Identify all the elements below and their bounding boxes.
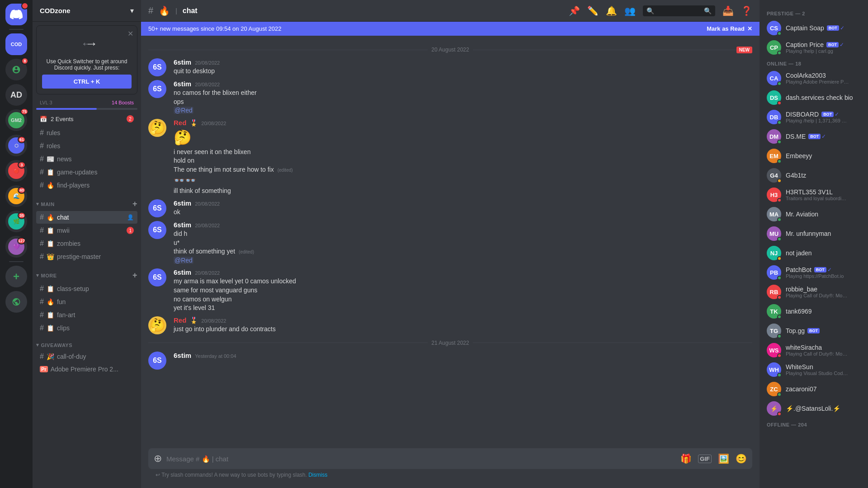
add-channel-more[interactable]: + <box>132 271 137 280</box>
emoji-icon[interactable]: 😊 <box>736 453 747 464</box>
member-item-h3rtl355[interactable]: H3 H3RTL355 3V1L Traitors and loyal subo… <box>763 185 864 204</box>
server-icon-gm2[interactable]: GM2 75 <box>5 109 27 131</box>
member-item-dsme[interactable]: DM DS.ME BOT ✓ <box>763 127 864 146</box>
channel-item-roles[interactable]: # roles <box>36 140 137 152</box>
channel-item-adobe[interactable]: Pr Adobe Premiere Pro 2... <box>36 363 137 375</box>
search-input[interactable] <box>646 7 701 14</box>
server-icon-6[interactable]: 🌊 40 <box>5 185 27 207</box>
message-input[interactable] <box>166 455 676 463</box>
banner-text: 50+ new messages since 09:54 on 20 Augus… <box>148 25 282 32</box>
events-item[interactable]: 📅 2 Events 2 <box>36 113 137 125</box>
sticker-icon[interactable]: 🖼️ <box>718 453 729 464</box>
channel-item-rules[interactable]: # rules <box>36 127 137 139</box>
avatar-red-7: 🤔 <box>148 316 166 334</box>
section-header-main[interactable]: ▾ MAIN + <box>33 192 141 211</box>
bot-badge-topgg: BOT <box>807 328 820 333</box>
member-info-disboard: DISBOARD BOT ✓ Playing /help | 1,371,369… <box>786 111 849 123</box>
channel-item-fun[interactable]: # 🔥 fun <box>36 296 137 308</box>
member-item-captain-soap[interactable]: CS Captain Soap BOT ✓ <box>763 19 864 38</box>
search-bar[interactable]: 🔍 <box>643 5 715 16</box>
member-item-g4b1tz[interactable]: G4 G4b1tz <box>763 166 864 185</box>
add-channel-main[interactable]: + <box>132 199 137 209</box>
channel-item-prestige-master[interactable]: # 👑 prestige-master <box>36 250 137 263</box>
channel-item-call-of-duy[interactable]: # 🎉 call-of-duy <box>36 350 137 363</box>
channel-item-fan-art[interactable]: # 📋 fan-art <box>36 309 137 321</box>
server-icon-codzone[interactable]: COD <box>5 33 27 55</box>
edit-icon[interactable]: ✏️ <box>587 5 599 16</box>
member-status-whitesiracha <box>777 353 782 358</box>
new-marker: NEW <box>736 47 752 53</box>
server-icon-2[interactable]: 8 <box>5 59 27 80</box>
server-header[interactable]: CODzone ▾ <box>33 0 141 22</box>
quick-switcher-shortcut[interactable]: CTRL + K <box>42 75 132 89</box>
members-icon[interactable]: 👥 <box>624 5 636 16</box>
mark-read-label: Mark as Read <box>707 25 745 32</box>
avatar-6stim-4: 6S <box>148 199 166 217</box>
message-text-3c: The one thing im not sure how to fix (ed… <box>174 165 752 174</box>
message-text-3d: 👓👓 <box>174 174 752 187</box>
quick-switcher-close[interactable]: ✕ <box>127 29 133 38</box>
server-icon-5[interactable]: 🔴 3 <box>5 160 27 182</box>
message-group-3: 🤔 Red 🎖️ 20/08/2022 🤔 i never seen it on… <box>141 117 760 197</box>
server-icon-8[interactable]: 💜 127 <box>5 236 27 258</box>
channel-label-adobe: Adobe Premiere Pro 2... <box>51 366 118 373</box>
channel-item-clips[interactable]: # 📋 clips <box>36 322 137 334</box>
server-icon-7[interactable]: 🌿 35 <box>5 211 27 232</box>
member-item-patchbot[interactable]: PB PatchBot BOT ✓ Playing https://PatchB… <box>763 263 864 282</box>
server-icon-3[interactable]: AD <box>5 84 27 106</box>
mark-read-icon: ✕ <box>747 25 752 32</box>
inbox-icon[interactable]: 📥 <box>722 5 734 16</box>
member-status-dsme <box>777 140 782 144</box>
pin-icon[interactable]: 📌 <box>569 5 580 16</box>
section-header-giveaways[interactable]: ▾ GIVEAWAYS <box>33 335 141 350</box>
message-text-5d: @Red <box>174 256 752 265</box>
member-item-dash-services[interactable]: DS dash.services check bio <box>763 88 864 107</box>
message-username-6stim-2: 6stim <box>174 80 191 88</box>
verified-caption-price: ✓ <box>840 42 844 48</box>
member-item-embeeyy[interactable]: EM Embeeyy <box>763 146 864 165</box>
chat-user-icon: 👤 <box>127 214 134 221</box>
member-item-mr-aviation[interactable]: MA Mr. Aviation <box>763 205 864 224</box>
section-header-more[interactable]: ▾ MORE + <box>33 263 141 282</box>
server-icon-4[interactable]: ⬡ 61 <box>5 135 27 156</box>
message-group-2: 6S 6stim 20/08/2022 no camos for the bli… <box>141 78 760 117</box>
member-item-satansloli[interactable]: ⚡ ⚡.@SatansLoli.⚡ <box>763 399 864 418</box>
member-item-caption-price[interactable]: CP Caption Price BOT ✓ Playing !help | c… <box>763 38 864 57</box>
member-item-robbie-bae[interactable]: RB robbie_bae Playing Call of Duty®: Mod… <box>763 282 864 301</box>
channel-label-clips: clips <box>57 324 70 332</box>
message-header-8: 6stim Yesterday at 00:04 <box>174 352 752 359</box>
gif-button[interactable]: GIF <box>698 455 712 463</box>
explore-servers-button[interactable] <box>5 291 27 313</box>
help-icon[interactable]: ❓ <box>741 5 752 16</box>
mark-read-button[interactable]: Mark as Read ✕ <box>707 25 752 32</box>
member-item-coolarka[interactable]: CA CoolArka2003 Playing Adobe Premiere P… <box>763 69 864 88</box>
member-item-mr-unfunnyman[interactable]: MU Mr. unfunnyman <box>763 224 864 243</box>
member-name-mr-aviation: Mr. Aviation <box>786 211 818 218</box>
member-item-topgg[interactable]: TG Top.gg BOT <box>763 321 864 340</box>
channel-item-game-updates[interactable]: # 📋 game-updates <box>36 166 137 178</box>
new-messages-banner[interactable]: 50+ new messages since 09:54 on 20 Augus… <box>141 22 760 36</box>
member-name-whitesiracha: whiteSiracha <box>786 344 822 351</box>
add-server-button[interactable]: + <box>5 266 27 287</box>
member-item-whitesiracha[interactable]: WS whiteSiracha Playing Call of Duty®: M… <box>763 341 864 360</box>
channel-item-mwii[interactable]: # 📋 mwii 1 <box>36 224 137 237</box>
member-item-whitesun[interactable]: WH WhiteSun Playing Visual Studio Code .… <box>763 360 864 379</box>
member-item-zacaroni07[interactable]: ZC zacaroni07 <box>763 380 864 399</box>
gift-icon[interactable]: 🎁 <box>680 453 692 464</box>
dismiss-link[interactable]: Dismiss <box>308 472 327 478</box>
channel-item-news[interactable]: # 📰 news <box>36 153 137 165</box>
channel-item-chat[interactable]: # 🔥 chat 👤 <box>36 211 137 224</box>
channel-item-find-players[interactable]: # 🔥 find-players <box>36 179 137 192</box>
message-text-2a: no camos for the blixen either <box>174 89 752 98</box>
member-item-tank6969[interactable]: TK tank6969 <box>763 302 864 321</box>
bell-icon[interactable]: 🔔 <box>606 5 617 16</box>
channel-item-class-setup[interactable]: # 📋 class-setup <box>36 282 137 295</box>
member-item-disboard[interactable]: DB DISBOARD BOT ✓ Playing /help | 1,371,… <box>763 108 864 127</box>
prestige-section-header: PRESTIGE — 2 <box>763 7 864 18</box>
member-item-not-jaden[interactable]: NJ not jaden <box>763 244 864 263</box>
channel-item-zombies[interactable]: # 📋 zombies <box>36 237 137 250</box>
add-attachment-button[interactable]: ⊕ <box>154 453 162 465</box>
server-boosts-label[interactable]: 14 Boosts <box>112 100 134 105</box>
discord-home-icon[interactable] <box>5 4 27 25</box>
member-status-patchbot <box>777 276 782 280</box>
